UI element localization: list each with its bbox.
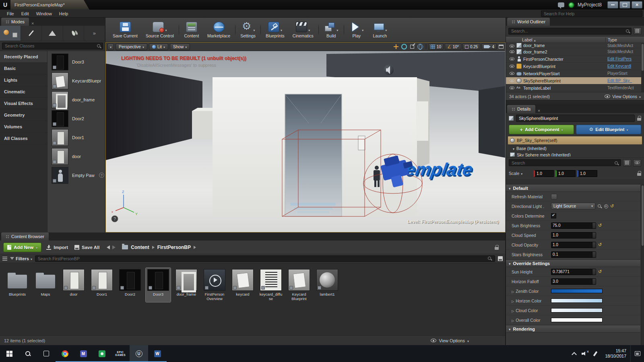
actor-type[interactable]: Edit BP_Sky_ bbox=[605, 78, 644, 83]
maximize-viewport-icon[interactable] bbox=[499, 45, 504, 49]
clock[interactable]: 15:47 18/10/2017 bbox=[601, 345, 630, 362]
component-row[interactable]: Base (Inherited) bbox=[508, 144, 642, 152]
color-swatch[interactable] bbox=[551, 308, 603, 313]
close-tab-icon[interactable] bbox=[31, 21, 34, 26]
chevron-down-icon[interactable] bbox=[385, 27, 387, 32]
placeable-item[interactable]: door_frame bbox=[47, 90, 105, 109]
camera-speed-button[interactable]: 4 bbox=[481, 43, 497, 50]
scale-snap-button[interactable]: 0.25 bbox=[462, 43, 480, 50]
tab-details[interactable]: Details bbox=[507, 105, 535, 113]
actor-type[interactable]: TextRenderAct bbox=[605, 86, 644, 90]
property-number-field[interactable]: 0.1 bbox=[551, 251, 596, 258]
use-selected-icon[interactable] bbox=[604, 204, 608, 208]
details-scrollbar[interactable] bbox=[641, 184, 644, 345]
display-filter-button[interactable] bbox=[633, 159, 641, 167]
toolbar-button[interactable]: Content bbox=[180, 20, 203, 39]
start-button[interactable] bbox=[0, 345, 19, 362]
outliner-row[interactable]: FirstPersonCharacter Edit FirstPers bbox=[506, 56, 644, 63]
outliner-row[interactable]: SkySphereBlueprint Edit BP_Sky_ bbox=[506, 77, 644, 84]
visibility-eye-icon[interactable] bbox=[508, 72, 516, 75]
chevron-down-icon[interactable] bbox=[165, 27, 167, 32]
volume-muted-icon[interactable] bbox=[582, 351, 589, 356]
close-button[interactable] bbox=[632, 1, 642, 8]
outliner-scrollbar[interactable] bbox=[641, 43, 644, 92]
asset-item[interactable]: lambert1 bbox=[315, 268, 340, 302]
reset-to-default-icon[interactable] bbox=[610, 204, 614, 209]
taskbar-app-button[interactable] bbox=[37, 345, 56, 362]
asset-item[interactable]: keycard_diffuse bbox=[258, 268, 283, 302]
add-component-button[interactable]: Add Component bbox=[509, 125, 574, 134]
scale-tool-icon[interactable] bbox=[409, 43, 416, 50]
grid-snap-button[interactable]: 10 bbox=[428, 43, 444, 50]
outliner-row[interactable]: TemplateLabel TextRenderAct bbox=[506, 84, 644, 92]
placeable-item[interactable]: Empty Paw bbox=[47, 166, 105, 185]
property-number-field[interactable]: 1.0 bbox=[551, 232, 596, 239]
tab-world-outliner[interactable]: World Outliner bbox=[507, 18, 550, 26]
section-header-rendering[interactable]: Rendering bbox=[506, 325, 640, 333]
toolbar-button[interactable]: Marketplace bbox=[203, 20, 234, 39]
menu-item[interactable]: File bbox=[3, 10, 18, 18]
viewport-scene[interactable]: emplate emplate bbox=[106, 43, 505, 232]
panel-splitter[interactable] bbox=[506, 100, 644, 105]
details-search-input[interactable] bbox=[509, 159, 621, 166]
asset-item[interactable]: Blueprints bbox=[5, 268, 30, 302]
outliner-row[interactable]: KeycardBlueprint Edit Keycardl bbox=[506, 63, 644, 70]
scale-y-field[interactable]: 1.0 bbox=[555, 170, 576, 177]
property-matrix-button[interactable] bbox=[623, 159, 631, 167]
edit-blueprint-button[interactable]: Edit Blueprint bbox=[576, 125, 641, 134]
component-row[interactable]: BP_Sky_Sphere(self) bbox=[508, 136, 642, 144]
toolbar-button[interactable]: Settings bbox=[236, 20, 260, 39]
breadcrumb-item[interactable]: Content bbox=[131, 245, 154, 250]
toolbar-button[interactable]: Cinematics bbox=[289, 20, 318, 39]
outliner-search-input[interactable] bbox=[508, 28, 632, 35]
taskbar-app-button[interactable] bbox=[130, 345, 148, 362]
asset-item[interactable]: keycard bbox=[230, 268, 255, 302]
visibility-eye-icon[interactable] bbox=[508, 64, 516, 68]
toolbar-button[interactable]: Save Current bbox=[109, 20, 142, 39]
expander-icon[interactable] bbox=[513, 146, 514, 151]
mode-landscape-button[interactable] bbox=[42, 26, 63, 41]
menu-item[interactable]: Window bbox=[33, 10, 56, 18]
actor-type[interactable]: StaticMeshAct bbox=[605, 43, 644, 48]
visibility-eye-icon[interactable] bbox=[508, 44, 516, 48]
property-checkbox[interactable] bbox=[551, 213, 556, 218]
help-icon[interactable] bbox=[99, 173, 104, 178]
lock-scale-icon[interactable] bbox=[637, 171, 641, 176]
asset-item[interactable]: Maps bbox=[33, 268, 58, 302]
level-tab[interactable]: FirstPersonExampleMap* bbox=[10, 0, 89, 10]
world-space-icon[interactable] bbox=[417, 43, 424, 50]
chevron-down-icon[interactable] bbox=[254, 27, 255, 32]
visibility-eye-icon[interactable] bbox=[508, 79, 516, 82]
sources-panel-icon[interactable] bbox=[2, 257, 7, 261]
menu-item[interactable]: Edit bbox=[18, 10, 33, 18]
outliner-options-button[interactable] bbox=[634, 27, 642, 35]
reset-to-default-icon[interactable] bbox=[598, 269, 602, 274]
outliner-row[interactable]: door_frame StaticMeshAct bbox=[506, 43, 644, 48]
minimize-button[interactable] bbox=[607, 1, 618, 8]
content-search-input[interactable] bbox=[35, 255, 495, 262]
breadcrumb-item[interactable]: FirstPersonBP bbox=[157, 245, 196, 250]
property-number-field[interactable]: 3.0 bbox=[551, 278, 596, 285]
show-flags-button[interactable]: Show bbox=[170, 43, 190, 50]
view-options-button[interactable]: View Options bbox=[431, 338, 469, 343]
mode-category[interactable]: Cinematic bbox=[0, 86, 47, 98]
maximize-button[interactable] bbox=[619, 1, 630, 8]
mode-overflow-button[interactable] bbox=[84, 26, 105, 41]
toolbar-button[interactable]: Launch bbox=[368, 20, 392, 39]
mode-paint-button[interactable] bbox=[21, 26, 42, 41]
type-column-header[interactable]: Type bbox=[605, 37, 644, 42]
label-column-header[interactable]: Label bbox=[522, 37, 605, 42]
mode-category[interactable]: Recently Placed bbox=[0, 51, 47, 63]
color-swatch[interactable] bbox=[551, 289, 603, 293]
property-button[interactable] bbox=[551, 194, 557, 200]
audio-emitter-sprite[interactable] bbox=[384, 65, 394, 75]
mode-category[interactable]: Lights bbox=[0, 74, 47, 86]
expander-icon[interactable] bbox=[512, 308, 514, 313]
taskbar-app-button[interactable] bbox=[148, 345, 167, 362]
property-number-field[interactable]: 75.0 bbox=[551, 222, 596, 229]
property-number-field[interactable]: 0.736771 bbox=[551, 269, 596, 275]
back-button[interactable] bbox=[107, 245, 110, 249]
actor-type[interactable]: PlayerStart bbox=[605, 71, 644, 76]
reset-to-default-icon[interactable] bbox=[598, 242, 602, 247]
taskbar-app-button[interactable]: EPIC GAMES bbox=[111, 345, 130, 362]
